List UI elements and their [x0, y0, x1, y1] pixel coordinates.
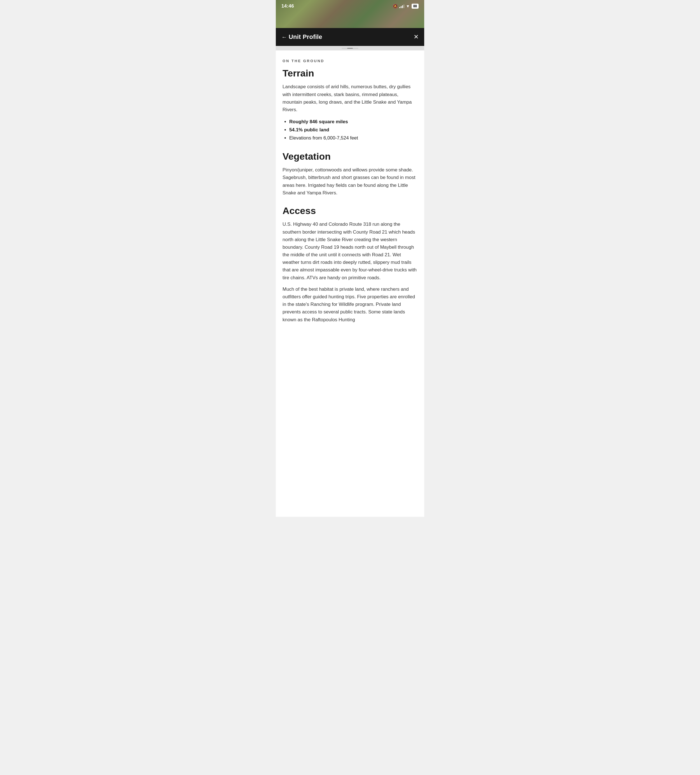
access-paragraph-2: Much of the best habitat is private land… [283, 285, 417, 324]
vegetation-description: Pinyon/juniper, cottonwoods and willows … [283, 166, 417, 196]
terrain-section: Terrain Landscape consists of arid hills… [283, 68, 417, 142]
status-icons: 🔕 ▼ 88 [393, 3, 419, 9]
signal-bar-3 [402, 5, 403, 8]
scroll-thumb [347, 48, 353, 49]
access-text-2: Much of the best habitat is private land… [283, 286, 415, 323]
signal-bar-2 [401, 6, 402, 8]
back-button[interactable]: ← Unit Profile [281, 33, 322, 41]
terrain-bullet-list: Roughly 846 square miles 54.1% public la… [283, 118, 417, 142]
access-heading: Access [283, 206, 417, 216]
status-bar: 14:46 🔕 ▼ 88 [276, 0, 424, 12]
signal-bar-1 [399, 7, 400, 8]
terrain-bullet-3: Elevations from 6,000-7,524 feet [289, 134, 417, 142]
scroll-track [342, 48, 358, 49]
terrain-bullet-1: Roughly 846 square miles [289, 118, 417, 126]
battery-level: 88 [412, 3, 419, 9]
phone-frame: 14:46 🔕 ▼ 88 ← Unit Profile ✕ [276, 0, 424, 517]
terrain-heading: Terrain [283, 68, 417, 78]
content-area: ON THE GROUND Terrain Landscape consists… [276, 50, 424, 344]
status-time: 14:46 [281, 3, 294, 9]
bell-icon: 🔕 [393, 4, 397, 8]
close-button[interactable]: ✕ [414, 34, 419, 40]
access-paragraph-1: U.S. Highway 40 and Colorado Route 318 r… [283, 220, 417, 281]
map-area: 14:46 🔕 ▼ 88 [276, 0, 424, 28]
nav-title: Unit Profile [289, 33, 322, 41]
nav-bar: ← Unit Profile ✕ [276, 28, 424, 46]
wifi-icon: ▼ [406, 4, 410, 8]
section-label: ON THE GROUND [283, 59, 417, 63]
scroll-indicator [276, 46, 424, 50]
vegetation-section: Vegetation Pinyon/juniper, cottonwoods a… [283, 151, 417, 196]
signal-bar-4 [404, 5, 404, 8]
access-section: Access U.S. Highway 40 and Colorado Rout… [283, 206, 417, 324]
back-icon: ← [281, 34, 287, 40]
vegetation-heading: Vegetation [283, 151, 417, 161]
terrain-description: Landscape consists of arid hills, numero… [283, 83, 417, 113]
terrain-bullet-2: 54.1% public land [289, 126, 417, 134]
signal-bars [399, 4, 404, 8]
